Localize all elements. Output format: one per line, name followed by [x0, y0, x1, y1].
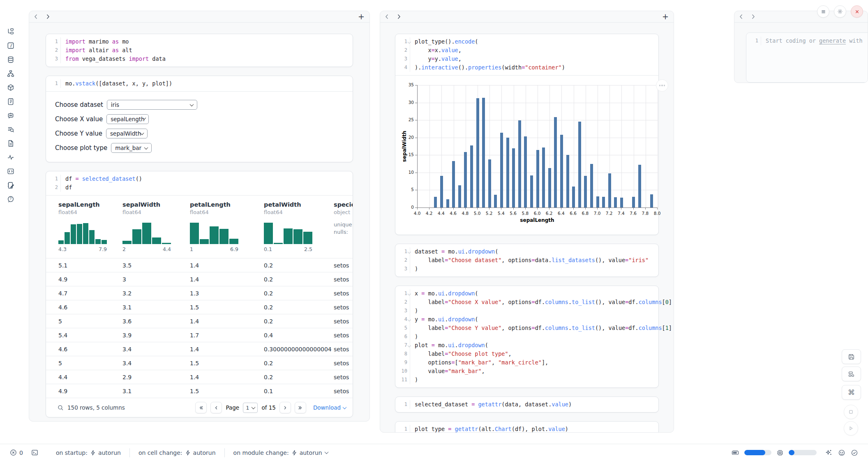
shutdown-button[interactable]: [851, 5, 863, 18]
table-column-header[interactable]: sepalLengthfloat644.37.9: [58, 201, 122, 258]
column-move-right-icon[interactable]: [46, 14, 50, 19]
table-row[interactable]: 5.43.91.70.4setos: [46, 328, 353, 342]
next-page-button[interactable]: [279, 402, 291, 413]
code-editor-plot[interactable]: 1plot_type().encode(2 x=x.value,3 y=y.va…: [395, 34, 658, 75]
code-editor-dataset[interactable]: 1dataset = mo.ui.dropdown(2 label="Choos…: [395, 244, 658, 277]
empty-cell[interactable]: 1 Start coding or generate with: [746, 32, 868, 83]
dropdown-choose-x-value[interactable]: sepalLength: [106, 114, 149, 124]
table-cell: setos: [334, 332, 353, 339]
outline-search-icon[interactable]: [7, 126, 14, 133]
connection-status-icon[interactable]: [851, 449, 858, 456]
table-row[interactable]: 4.63.41.40.30000000000000004setos: [46, 342, 353, 356]
code-editor-df[interactable]: 1df = selected_dataset()2df: [46, 171, 353, 195]
download-button[interactable]: Download: [313, 404, 346, 411]
menu-button[interactable]: [817, 5, 829, 18]
dropdown-choose-plot-type[interactable]: mark_bar: [111, 143, 152, 153]
prev-page-button[interactable]: [210, 402, 222, 413]
ai-sparkles-icon[interactable]: [825, 449, 833, 456]
table-cell: 1.4: [190, 318, 264, 325]
table-row[interactable]: 53.41.50.2setos: [46, 356, 353, 370]
scratchpad-icon[interactable]: [7, 182, 14, 189]
packages-icon[interactable]: [7, 84, 14, 91]
terminal-icon[interactable]: [31, 449, 38, 456]
line-number: 1: [395, 247, 410, 256]
generate-with-ai-link[interactable]: generate: [819, 37, 846, 44]
dependency-graph-icon[interactable]: [7, 70, 14, 77]
code-line: 1df = selected_dataset(): [46, 175, 353, 183]
code-editor-vstack[interactable]: 1mo.vstack([dataset, x, y, plot]): [46, 76, 353, 91]
on-cell-change-mode[interactable]: on cell change: autorun: [139, 449, 216, 456]
chart-bar: [464, 152, 467, 207]
chart-bar: [590, 164, 593, 207]
variables-icon[interactable]: f: [7, 42, 14, 49]
layout-toggle-button[interactable]: [842, 366, 861, 381]
file-explorer-icon[interactable]: [7, 28, 14, 35]
add-column-button[interactable]: +: [358, 13, 365, 21]
code-editor-plottype[interactable]: 1plot_type = getattr(alt.Chart(df), plot…: [395, 422, 658, 433]
table-row[interactable]: 53.61.40.2setos: [46, 314, 353, 328]
code-editor-xy[interactable]: 1x = mo.ui.dropdown(2 label="Choose X va…: [395, 286, 658, 387]
stop-icon: [848, 409, 854, 415]
on-module-change-mode[interactable]: on module change: autorun: [233, 449, 328, 456]
help-icon[interactable]: ?: [7, 196, 14, 203]
table-row[interactable]: 4.931.40.2setos: [46, 272, 353, 286]
table-row[interactable]: 4.93.11.50.1setos: [46, 384, 353, 398]
chart-bar: [578, 122, 581, 207]
altair-chart[interactable]: 4.04.24.44.64.85.05.25.45.65.86.06.26.46…: [395, 75, 658, 235]
search-icon[interactable]: [58, 405, 64, 411]
table-row[interactable]: 4.73.21.30.2setos: [46, 286, 353, 300]
output-menu-button[interactable]: [656, 79, 668, 92]
table-column-header[interactable]: speciesobjectunique:nulls:: [334, 201, 353, 258]
keyboard-shortcuts-button[interactable]: ⌘: [842, 385, 861, 400]
code-line: 3): [395, 265, 658, 273]
table-row[interactable]: 4.42.91.40.2setos: [46, 370, 353, 384]
table-row[interactable]: 4.63.11.50.2setos: [46, 300, 353, 314]
logs-icon[interactable]: [7, 98, 14, 105]
column-move-left-icon[interactable]: [34, 14, 38, 19]
column-move-left-icon[interactable]: [385, 14, 389, 19]
last-page-button[interactable]: [295, 402, 306, 413]
line-number: 3: [395, 265, 410, 273]
dropdown-choose-dataset[interactable]: iris: [107, 100, 197, 110]
code-editor-imports[interactable]: 1import marimo as mo2import altair as al…: [46, 34, 353, 67]
chart-plot-area[interactable]: [417, 85, 658, 208]
code-line: 1plot_type().encode(: [395, 37, 658, 46]
documentation-icon[interactable]: [7, 140, 14, 147]
notebook-column-3: 1 Start coding or generate with: [734, 11, 868, 83]
run-all-button[interactable]: [844, 421, 858, 436]
x-tick-label: 5.4: [498, 211, 505, 216]
ai-chat-icon[interactable]: [7, 112, 14, 119]
stop-button[interactable]: [844, 405, 858, 419]
table-column-header[interactable]: sepalWidthfloat6424.4: [122, 201, 190, 258]
errors-indicator[interactable]: 0: [10, 449, 23, 456]
table-footer: 150 rows, 5 columns Page 1 of 15 Downloa…: [46, 398, 353, 417]
line-number: 3: [395, 307, 410, 315]
dropdown-choose-y-value[interactable]: sepalWidth: [106, 129, 148, 138]
fold-chevron-icon[interactable]: [407, 250, 411, 254]
column-move-left-icon[interactable]: [739, 14, 743, 19]
first-page-button[interactable]: [195, 402, 207, 413]
datasources-icon[interactable]: [7, 56, 14, 63]
add-column-button[interactable]: +: [662, 13, 669, 21]
snippets-icon[interactable]: [7, 168, 14, 175]
on-startup-mode[interactable]: on startup: autorun: [56, 449, 121, 456]
code-editor-selected[interactable]: 1selected_dataset = getattr(data, datase…: [395, 397, 658, 412]
copilot-icon[interactable]: [838, 449, 845, 456]
fold-chevron-icon[interactable]: [407, 344, 411, 347]
settings-button[interactable]: [834, 5, 846, 18]
table-cell: 0.2: [264, 262, 334, 269]
fold-chevron-icon[interactable]: [407, 40, 411, 44]
cell-xy-dropdowns: 1x = mo.ui.dropdown(2 label="Choose X va…: [395, 286, 659, 388]
column-move-right-icon[interactable]: [751, 14, 755, 19]
table-cell: 0.2: [264, 360, 334, 366]
fold-chevron-icon[interactable]: [407, 292, 411, 295]
code-line: 3): [395, 307, 658, 315]
save-button[interactable]: [842, 349, 861, 364]
table-column-header[interactable]: petalLengthfloat6416.9: [190, 201, 264, 258]
page-select[interactable]: 1: [243, 403, 258, 413]
column-move-right-icon[interactable]: [397, 14, 401, 19]
table-row[interactable]: 5.13.51.40.2setos: [46, 258, 353, 272]
fold-chevron-icon[interactable]: [407, 318, 411, 321]
tracing-icon[interactable]: [7, 154, 14, 161]
table-column-header[interactable]: petalWidthfloat640.12.5: [264, 201, 334, 258]
